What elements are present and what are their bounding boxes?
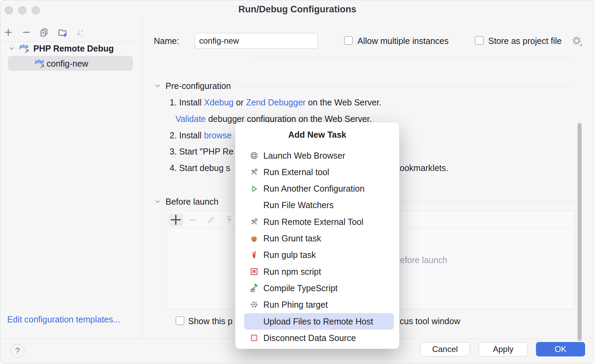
preconfig-step3: 3. Start "PHP Re <box>170 147 233 157</box>
chevron-down-icon <box>154 82 161 90</box>
menu-item-label: Run Another Configuration <box>263 184 365 194</box>
preconfig-step1: 1. Install Xdebug or Zend Debugger on th… <box>170 98 381 107</box>
menu-item-label: Run External tool <box>263 167 329 177</box>
phing-icon <box>250 300 259 309</box>
preconfig-header: Pre-configuration <box>165 81 231 91</box>
xdebug-link[interactable]: Xdebug <box>204 98 233 107</box>
dialog-title: Run/Debug Configurations <box>0 4 594 15</box>
none-icon <box>250 317 259 326</box>
show-this-page-checkbox[interactable] <box>175 316 184 325</box>
menu-item-label: Run Remote External Tool <box>263 217 363 227</box>
add-new-task-popup: Add New Task Launch Web BrowserRun Exter… <box>235 122 399 349</box>
new-folder-button[interactable] <box>57 27 68 38</box>
main-scrollbar[interactable] <box>578 123 582 341</box>
tree-group-php-remote-debug[interactable]: php PHP Remote Debug <box>8 43 138 54</box>
menu-item-run-phing-target[interactable]: Run Phing target <box>244 297 394 313</box>
before-launch-collapse-chevron[interactable] <box>154 198 161 205</box>
menu-item-label: Run gulp task <box>263 250 316 260</box>
sidebar-divider <box>142 17 142 339</box>
menu-item-label: Run File Watchers <box>263 200 334 210</box>
play-icon <box>250 184 259 193</box>
menu-item-label: Run npm script <box>263 267 321 277</box>
ok-button[interactable]: OK <box>536 342 585 356</box>
help-button[interactable]: ? <box>11 344 24 358</box>
copy-configuration-button[interactable] <box>39 27 49 37</box>
menu-item-run-remote-external-tool[interactable]: Run Remote External Tool <box>244 214 394 230</box>
typescript-icon: TS <box>250 284 259 293</box>
menu-item-run-file-watchers[interactable]: Run File Watchers <box>244 197 394 214</box>
popup-menu-list: Launch Web BrowserRun External toolRun A… <box>235 147 399 346</box>
before-launch-remove-button[interactable] <box>188 215 197 225</box>
menu-item-launch-web-browser[interactable]: Launch Web Browser <box>244 147 394 164</box>
before-launch-add-button[interactable] <box>169 213 183 226</box>
svg-text:a: a <box>81 28 83 33</box>
php-config-icon: php <box>35 58 47 69</box>
menu-item-label: Run Phing target <box>263 300 328 310</box>
focus-tool-window-label: cus tool window <box>400 316 460 326</box>
remove-icon <box>188 215 197 225</box>
svg-text:z: z <box>81 33 83 38</box>
menu-item-upload-files-to-remote-host[interactable]: Upload Files to Remote Host <box>244 313 394 330</box>
store-as-project-file-checkbox[interactable] <box>475 36 484 45</box>
menu-item-run-another-configuration[interactable]: Run Another Configuration <box>244 181 394 197</box>
cancel-button[interactable]: Cancel <box>420 342 470 356</box>
browser-extension-link[interactable]: browse <box>204 130 232 140</box>
pencil-icon <box>206 215 216 225</box>
run-debug-configurations-dialog: Run/Debug Configurations az php PHP Remo… <box>0 0 594 364</box>
chevron-down-icon <box>8 45 15 52</box>
store-settings-gear-button[interactable] <box>571 35 582 46</box>
tree-item-label: config-new <box>47 59 88 69</box>
tree-group-label: PHP Remote Debug <box>33 44 114 54</box>
preconfig-header-rule <box>239 86 574 86</box>
before-launch-move-up-button[interactable] <box>225 215 234 225</box>
tools-icon <box>250 168 259 177</box>
php-remote-debug-icon: php <box>20 43 31 54</box>
menu-item-label: Upload Files to Remote Host <box>263 317 373 327</box>
allow-multiple-instances-checkbox[interactable] <box>344 36 353 45</box>
validate-link[interactable]: Validate <box>175 114 206 124</box>
remove-icon <box>22 27 31 37</box>
gear-icon <box>571 35 582 46</box>
name-input-value: config-new <box>199 36 239 46</box>
menu-item-run-external-tool[interactable]: Run External tool <box>244 164 394 180</box>
store-as-project-file-label: Store as project file <box>488 36 562 46</box>
name-label: Name: <box>154 36 179 46</box>
menu-item-run-grunt-task[interactable]: Run Grunt task <box>244 230 394 247</box>
menu-item-label: Compile TypeScript <box>263 283 338 293</box>
remove-configuration-button[interactable] <box>22 27 31 37</box>
allow-multiple-instances-label: Allow multiple instances <box>357 36 448 46</box>
new-folder-icon <box>57 27 68 38</box>
disconnect-icon <box>250 333 259 342</box>
preconfig-step4-left: 4. Start debug s <box>170 163 230 173</box>
menu-item-disconnect-data-source[interactable]: Disconnect Data Source <box>244 330 394 346</box>
add-configuration-button[interactable] <box>3 27 13 37</box>
show-this-page-label: Show this p <box>188 316 232 326</box>
add-icon <box>3 27 13 37</box>
menu-item-label: Disconnect Data Source <box>263 333 356 343</box>
apply-button[interactable]: Apply <box>479 342 528 356</box>
before-launch-placeholder: efore launch <box>400 255 447 265</box>
sort-alpha-icon: az <box>76 27 86 38</box>
edit-configuration-templates-link[interactable]: Edit configuration templates... <box>7 315 120 325</box>
menu-item-run-npm-script[interactable]: Run npm script <box>244 263 394 280</box>
menu-item-run-gulp-task[interactable]: Run gulp task <box>244 247 394 263</box>
preconfig-step2: 2. Install browse <box>170 130 232 140</box>
grunt-icon <box>250 234 259 243</box>
none-icon <box>250 201 259 210</box>
chevron-down-icon <box>154 198 161 205</box>
gulp-icon <box>250 251 259 260</box>
preconfig-collapse-chevron[interactable] <box>154 82 161 90</box>
before-launch-edit-button[interactable] <box>206 215 216 225</box>
menu-item-label: Launch Web Browser <box>263 151 345 161</box>
tree-item-config-new[interactable]: php config-new <box>8 56 133 71</box>
sort-configurations-button[interactable]: az <box>76 27 86 38</box>
question-mark-icon: ? <box>15 346 20 356</box>
popup-title: Add New Task <box>235 130 399 140</box>
svg-text:php: php <box>20 44 28 49</box>
name-input[interactable]: config-new <box>195 33 318 49</box>
before-launch-header: Before launch <box>165 197 218 207</box>
svg-text:php: php <box>35 59 44 64</box>
menu-item-compile-typescript[interactable]: TSCompile TypeScript <box>244 280 394 296</box>
menu-item-label: Run Grunt task <box>263 234 321 243</box>
zend-debugger-link[interactable]: Zend Debugger <box>246 98 306 107</box>
